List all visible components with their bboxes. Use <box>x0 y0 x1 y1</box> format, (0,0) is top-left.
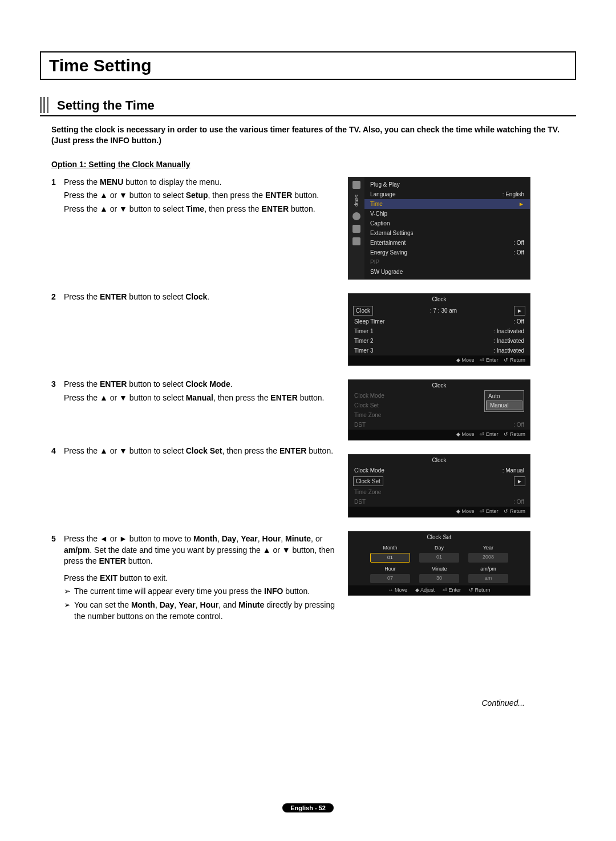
list-item: Timer 1: Inactivated <box>348 326 530 336</box>
enter-hint: ⏎ Enter <box>480 431 498 438</box>
cable-icon <box>352 225 360 233</box>
field-label: Year <box>468 545 508 552</box>
step-4: 4 Press the ▲ or ▼ button to select Cloc… <box>51 446 337 459</box>
section-title-box: Time Setting <box>40 51 576 80</box>
page-footer: English - 52 <box>0 802 616 812</box>
dropdown-option: Auto <box>485 392 524 401</box>
clock-mode-dropdown: Auto Manual <box>484 390 524 412</box>
return-hint: ↺ Return <box>504 508 525 515</box>
field-label: am/pm <box>468 566 508 573</box>
field-value: 01 <box>419 553 459 563</box>
list-item: V-Chip <box>364 209 530 219</box>
page-number-badge: English - 52 <box>282 803 334 812</box>
spacer <box>51 411 337 446</box>
list-item: Timer 3: Inactivated <box>348 346 530 355</box>
enter-hint: ⏎ Enter <box>443 587 461 594</box>
step-1: 1 Press the MENU button to display the m… <box>51 177 337 217</box>
step-number: 1 <box>51 177 64 217</box>
osd-title: Clock <box>348 294 530 305</box>
note-arrow-icon: ➢ <box>64 600 71 611</box>
intro-text: Setting the clock is necessary in order … <box>51 124 576 146</box>
list-item: Energy Saving: Off <box>364 248 530 257</box>
chevron-right-icon: ► <box>518 200 524 208</box>
continued-text: Continued... <box>40 698 525 707</box>
spacer <box>51 310 337 379</box>
list-item: Sleep Timer: Off <box>348 317 530 326</box>
osd-clock-mode-menu: Clock Clock Mode Clock Set Time Zone DST… <box>348 379 530 440</box>
tv-icon <box>352 237 360 245</box>
step-body: Press the ENTER button to select Clock. <box>64 292 337 305</box>
step-2: 2 Press the ENTER button to select Clock… <box>51 292 337 305</box>
move-hint: ◆ Move <box>456 508 475 515</box>
return-hint: ↺ Return <box>469 587 491 594</box>
list-item-disabled: DST: Off <box>348 497 530 507</box>
field-value: 2008 <box>468 553 508 563</box>
step-number: 3 <box>51 379 64 406</box>
list-item: Timer 2: Inactivated <box>348 336 530 346</box>
step-body: Press the ◄ or ► button to move to Month… <box>64 533 337 624</box>
adjust-hint: ◆ Adjust <box>415 587 435 594</box>
option-header: Option 1: Setting the Clock Manually <box>51 160 576 169</box>
enter-hint: ⏎ Enter <box>480 508 498 515</box>
note-line: ➢ The current time will appear every tim… <box>64 586 337 597</box>
wrench-icon <box>352 181 360 189</box>
subtitle-row: Setting the Time <box>40 97 576 113</box>
list-item: Plug & Play <box>364 180 530 189</box>
list-item: External Settings <box>364 228 530 238</box>
list-item: Entertainment: Off <box>364 238 530 248</box>
osd-footer: ↔ Move ◆ Adjust ⏎ Enter ↺ Return <box>348 585 530 596</box>
osd-column: Setup Plug & Play Language: English Time… <box>348 177 530 596</box>
osd-side-tabs: Setup <box>348 177 364 279</box>
osd-title: Clock <box>348 380 530 391</box>
list-item-disabled: Time Zone <box>348 487 530 497</box>
field-value-selected: 01 <box>370 553 410 563</box>
osd-title: Clock Set <box>348 532 530 543</box>
field-label: Hour <box>370 566 410 573</box>
return-hint: ↺ Return <box>504 431 525 438</box>
field-label: Month <box>370 545 410 552</box>
step-3: 3 Press the ENTER button to select Clock… <box>51 379 337 406</box>
step-body: Press the MENU button to display the men… <box>64 177 337 217</box>
step-body: Press the ▲ or ▼ button to select Clock … <box>64 446 337 459</box>
enter-hint: ⏎ Enter <box>480 357 498 364</box>
list-item: Language: English <box>364 189 530 199</box>
gear-icon <box>352 212 360 220</box>
move-hint: ↔ Move <box>388 587 407 594</box>
instructions-column: 1 Press the MENU button to display the m… <box>40 177 348 630</box>
list-item-selected: Clock : 7 : 30 am ► <box>348 305 530 317</box>
osd-clock-set-grid: Clock Set Month Day Year 01 01 2008 Hour <box>348 531 530 596</box>
step-5: 5 Press the ◄ or ► button to move to Mon… <box>51 533 337 624</box>
divider <box>40 115 576 116</box>
osd-footer: ◆ Move ⏎ Enter ↺ Return <box>348 430 530 440</box>
note-line: ➢ You can set the Month, Day, Year, Hour… <box>64 600 337 622</box>
spacer <box>51 465 337 533</box>
chevron-right-icon: ► <box>514 476 525 486</box>
list-item: Caption <box>364 219 530 228</box>
osd-setup-menu: Setup Plug & Play Language: English Time… <box>348 177 530 280</box>
return-hint: ↺ Return <box>504 357 525 364</box>
step-body: Press the ENTER button to select Clock M… <box>64 379 337 406</box>
osd-clock-menu: Clock Clock : 7 : 30 am ► Sleep Timer: O… <box>348 293 530 366</box>
osd-clock-set-select: Clock Clock Mode: Manual Clock Set ► Tim… <box>348 454 530 517</box>
list-item: Clock Mode: Manual <box>348 466 530 475</box>
dropdown-option-selected: Manual <box>486 401 522 410</box>
osd-setup-content: Plug & Play Language: English Time► V-Ch… <box>364 177 530 279</box>
chevron-right-icon: ► <box>514 306 525 316</box>
setup-tab-label: Setup <box>354 193 359 208</box>
section-title: Time Setting <box>49 56 567 75</box>
manual-page: Time Setting Setting the Time Setting th… <box>0 0 616 841</box>
step-number: 2 <box>51 292 64 305</box>
move-hint: ◆ Move <box>456 357 475 364</box>
field-value: 30 <box>419 574 459 583</box>
decorative-bars-icon <box>40 97 50 113</box>
note-arrow-icon: ➢ <box>64 586 71 597</box>
osd-footer: ◆ Move ⏎ Enter ↺ Return <box>348 507 530 517</box>
step-number: 4 <box>51 446 64 459</box>
field-label: Day <box>419 545 459 552</box>
subtitle: Setting the Time <box>57 98 155 113</box>
list-item-disabled: DST: Off <box>348 420 530 430</box>
list-item-selected: Clock Set ► <box>348 475 530 487</box>
two-column-layout: 1 Press the MENU button to display the m… <box>40 177 576 630</box>
list-item: SW Upgrade <box>364 267 530 277</box>
spacer <box>51 223 337 292</box>
